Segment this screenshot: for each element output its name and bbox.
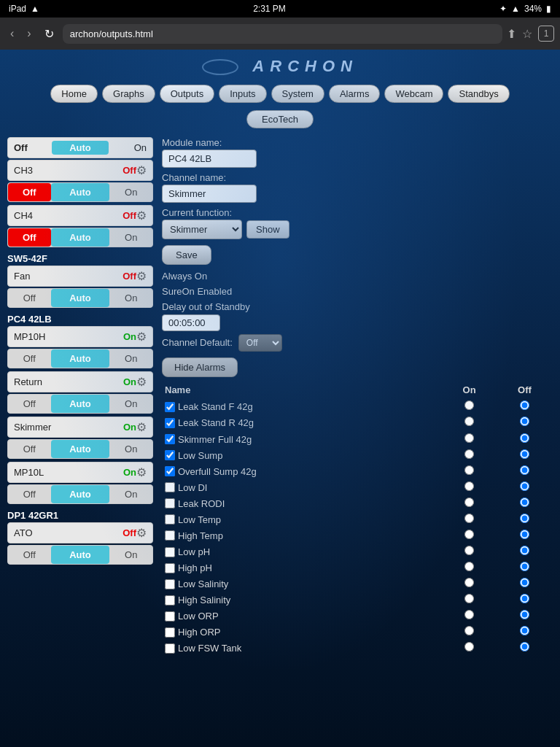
ato-gear-icon[interactable]: ⚙ (136, 526, 147, 540)
share-button[interactable]: ⬆ (507, 26, 516, 42)
ch3-gear-icon[interactable]: ⚙ (136, 163, 147, 177)
alarm-checkbox[interactable] (165, 498, 175, 508)
channel-name-input[interactable] (162, 185, 257, 203)
fan-off-btn[interactable]: Off (8, 289, 51, 307)
mp10h-gear-icon[interactable]: ⚙ (136, 330, 147, 344)
tab-inputs[interactable]: Inputs (219, 85, 266, 103)
ch4-auto-btn[interactable]: Auto (51, 228, 110, 247)
module-name-input[interactable] (162, 150, 257, 168)
alarm-on-radio[interactable] (464, 626, 474, 635)
alarm-on-radio[interactable] (464, 400, 474, 410)
ch3-on-btn[interactable]: On (109, 183, 152, 201)
tab-webcam[interactable]: Webcam (384, 85, 443, 103)
tab-standbys[interactable]: Standbys (448, 85, 509, 103)
mp10l-on-btn[interactable]: On (109, 485, 152, 503)
alarm-checkbox[interactable] (165, 627, 175, 638)
return-auto-btn[interactable]: Auto (51, 395, 110, 413)
alarm-on-radio[interactable] (464, 449, 474, 459)
alarm-on-radio[interactable] (464, 514, 474, 523)
alarm-off-radio[interactable] (520, 400, 529, 410)
fan-on-btn[interactable]: On (109, 289, 152, 307)
tab-graphs[interactable]: Graphs (102, 85, 155, 103)
alarm-off-radio[interactable] (520, 514, 529, 523)
mp10h-off-btn[interactable]: Off (8, 349, 51, 368)
ch3-off-btn[interactable]: Off (8, 183, 51, 201)
alarm-checkbox[interactable] (165, 450, 175, 460)
tab-system[interactable]: System (271, 85, 324, 103)
bookmark-button[interactable]: ☆ (522, 26, 532, 42)
alarm-checkbox[interactable] (165, 514, 175, 525)
return-off-btn[interactable]: Off (8, 395, 51, 413)
alarm-checkbox[interactable] (165, 595, 175, 605)
ecotech-button[interactable]: EcoTech (246, 110, 314, 128)
alarm-checkbox[interactable] (165, 530, 175, 541)
back-button[interactable]: ‹ (6, 24, 18, 43)
mp10h-on-btn[interactable]: On (109, 349, 152, 368)
skimmer-gear-icon[interactable]: ⚙ (136, 420, 147, 434)
fan-gear-icon[interactable]: ⚙ (136, 269, 147, 283)
skimmer-on-btn[interactable]: On (109, 440, 152, 458)
return-gear-icon[interactable]: ⚙ (136, 375, 147, 389)
alarm-checkbox[interactable] (165, 466, 175, 476)
alarm-checkbox[interactable] (165, 579, 175, 589)
alarm-off-radio[interactable] (520, 594, 529, 603)
alarm-on-radio[interactable] (464, 562, 474, 571)
alarm-checkbox[interactable] (165, 547, 175, 557)
ato-on-btn[interactable]: On (109, 546, 152, 564)
alarm-off-radio[interactable] (520, 546, 529, 555)
skimmer-off-btn[interactable]: Off (8, 440, 51, 458)
alarm-on-radio[interactable] (464, 578, 474, 587)
tab-alarms[interactable]: Alarms (329, 85, 380, 103)
alarm-checkbox[interactable] (165, 402, 175, 412)
ato-auto-btn[interactable]: Auto (51, 546, 110, 564)
alarm-checkbox[interactable] (165, 563, 175, 573)
tab-home[interactable]: Home (50, 85, 98, 103)
alarm-checkbox[interactable] (165, 482, 175, 492)
alarm-off-radio[interactable] (520, 610, 529, 619)
alarm-on-radio[interactable] (464, 433, 474, 443)
ch4-on-btn[interactable]: On (109, 228, 152, 247)
fan-auto-btn[interactable]: Auto (51, 289, 110, 307)
alarm-on-radio[interactable] (464, 610, 474, 619)
alarm-off-radio[interactable] (520, 449, 529, 459)
alarm-on-radio[interactable] (464, 594, 474, 603)
hide-alarms-button[interactable]: Hide Alarms (162, 357, 238, 377)
show-button[interactable]: Show (246, 220, 289, 239)
delay-time-input[interactable] (162, 314, 220, 331)
ato-off-btn[interactable]: Off (8, 546, 51, 564)
alarm-off-radio[interactable] (520, 530, 529, 539)
alarm-on-radio[interactable] (464, 530, 474, 539)
alarm-off-radio[interactable] (520, 578, 529, 587)
alarm-off-radio[interactable] (520, 642, 529, 651)
reload-button[interactable]: ↻ (40, 24, 58, 44)
ch4-gear-icon[interactable]: ⚙ (136, 209, 147, 222)
save-button[interactable]: Save (162, 245, 211, 265)
alarm-checkbox[interactable] (165, 418, 175, 428)
function-select[interactable]: Skimmer Return Fan ATO Light (162, 220, 242, 239)
alarm-on-radio[interactable] (464, 465, 474, 475)
alarm-on-radio[interactable] (464, 546, 474, 555)
alarm-off-radio[interactable] (520, 417, 529, 426)
return-on-btn[interactable]: On (109, 395, 152, 413)
alarm-off-radio[interactable] (520, 433, 529, 443)
forward-button[interactable]: › (23, 24, 35, 43)
alarm-checkbox[interactable] (165, 611, 175, 622)
ch4-off-btn[interactable]: Off (8, 228, 51, 247)
alarm-off-radio[interactable] (520, 465, 529, 475)
alarm-on-radio[interactable] (464, 642, 474, 651)
mp10l-gear-icon[interactable]: ⚙ (136, 465, 147, 479)
mp10h-auto-btn[interactable]: Auto (51, 349, 110, 368)
alarm-checkbox[interactable] (165, 434, 175, 444)
tab-count[interactable]: 1 (538, 26, 554, 42)
skimmer-auto-btn[interactable]: Auto (51, 440, 110, 458)
alarm-off-radio[interactable] (520, 626, 529, 635)
alarm-off-radio[interactable] (520, 562, 529, 571)
alarm-on-radio[interactable] (464, 498, 474, 507)
alarm-on-radio[interactable] (464, 417, 474, 426)
mp10l-auto-btn[interactable]: Auto (51, 485, 110, 503)
alarm-on-radio[interactable] (464, 481, 474, 491)
mp10l-off-btn[interactable]: Off (8, 485, 51, 503)
channel-default-select[interactable]: Off On Auto (238, 334, 282, 352)
url-input[interactable] (63, 24, 502, 44)
alarm-off-radio[interactable] (520, 498, 529, 507)
